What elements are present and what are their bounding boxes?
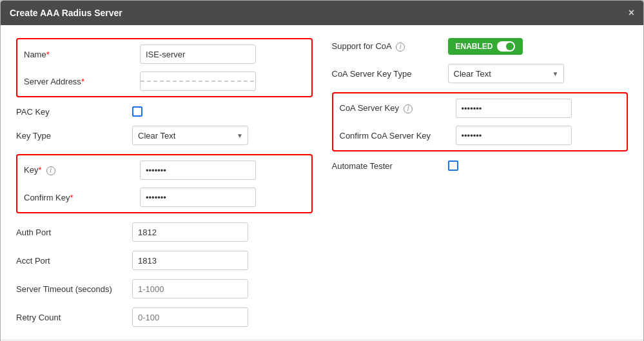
support-coa-row: Support for CoA i ENABLED [332, 38, 629, 55]
modal-header: Create AAA Radius Server × [1, 1, 643, 25]
right-column: Support for CoA i ENABLED CoA Server Key… [332, 38, 629, 327]
confirm-key-input[interactable] [140, 188, 256, 207]
name-input[interactable] [140, 44, 256, 64]
modal-title: Create AAA Radius Server [10, 8, 122, 18]
acct-port-label: Acct Port [16, 256, 126, 266]
toggle-label: ENABLED [456, 42, 493, 51]
auth-port-label: Auth Port [16, 228, 126, 237]
close-icon[interactable]: × [629, 7, 634, 19]
key-input[interactable] [140, 161, 256, 180]
key-info-icon: i [46, 166, 55, 175]
automate-tester-checkbox[interactable] [448, 161, 458, 171]
support-coa-label: Support for CoA i [332, 41, 442, 52]
acct-port-row: Acct Port [16, 251, 313, 270]
coa-key-section: CoA Server Key i Confirm CoA Server Key [332, 92, 629, 151]
left-column: Name* Server Address* PAC Key Key Typ [16, 38, 313, 327]
coa-server-key-input[interactable] [456, 99, 572, 118]
server-address-row: Server Address* [24, 72, 305, 91]
confirm-key-row: Confirm Key* [24, 188, 305, 207]
confirm-coa-server-key-input[interactable] [456, 126, 572, 145]
coa-server-key-info-icon: i [404, 104, 413, 113]
key-section: Key* i Confirm Key* [16, 154, 313, 213]
server-timeout-input[interactable] [132, 279, 248, 298]
coa-key-type-row: CoA Server Key Type Clear Text Encrypted… [332, 64, 629, 83]
auth-port-row: Auth Port [16, 222, 313, 242]
coa-server-key-label: CoA Server Key i [340, 103, 449, 113]
auth-port-input[interactable] [132, 222, 248, 242]
name-label: Name* [24, 50, 133, 59]
support-coa-toggle[interactable]: ENABLED [448, 38, 523, 55]
key-type-row: Key Type Clear Text Encrypted ▼ [16, 126, 313, 145]
coa-key-type-select-wrap: Clear Text Encrypted ▼ [448, 64, 564, 83]
confirm-key-label: Confirm Key* [24, 193, 133, 202]
confirm-coa-server-key-label: Confirm CoA Server Key [340, 131, 449, 141]
automate-tester-label: Automate Tester [332, 161, 442, 171]
create-aaa-radius-server-modal: Create AAA Radius Server × Name* Server … [0, 0, 644, 341]
toggle-switch [497, 41, 515, 52]
retry-count-row: Retry Count [16, 307, 313, 327]
server-timeout-label: Server Timeout (seconds) [16, 284, 126, 294]
coa-server-key-row: CoA Server Key i [340, 99, 621, 118]
key-row: Key* i [24, 161, 305, 180]
pac-key-row: PAC Key [16, 106, 313, 117]
key-type-select[interactable]: Clear Text Encrypted [132, 126, 248, 145]
key-label: Key* i [24, 165, 133, 175]
pac-key-checkbox[interactable] [132, 106, 142, 117]
retry-count-label: Retry Count [16, 313, 126, 322]
automate-tester-row: Automate Tester [332, 161, 629, 171]
coa-key-type-select[interactable]: Clear Text Encrypted [448, 64, 564, 83]
acct-port-input[interactable] [132, 251, 248, 270]
key-type-select-wrap: Clear Text Encrypted ▼ [132, 126, 248, 145]
pac-key-label: PAC Key [16, 107, 126, 117]
support-coa-info-icon: i [396, 43, 405, 52]
confirm-coa-server-key-row: Confirm CoA Server Key [340, 126, 621, 145]
key-type-label: Key Type [16, 131, 126, 141]
server-address-label: Server Address* [24, 77, 133, 86]
server-timeout-row: Server Timeout (seconds) [16, 279, 313, 298]
retry-count-input[interactable] [132, 307, 248, 327]
server-address-input[interactable] [140, 72, 256, 91]
name-row: Name* [24, 44, 305, 64]
modal-body: Name* Server Address* PAC Key Key Typ [1, 25, 643, 340]
name-section: Name* Server Address* [16, 38, 313, 97]
coa-key-type-label: CoA Server Key Type [332, 69, 442, 79]
